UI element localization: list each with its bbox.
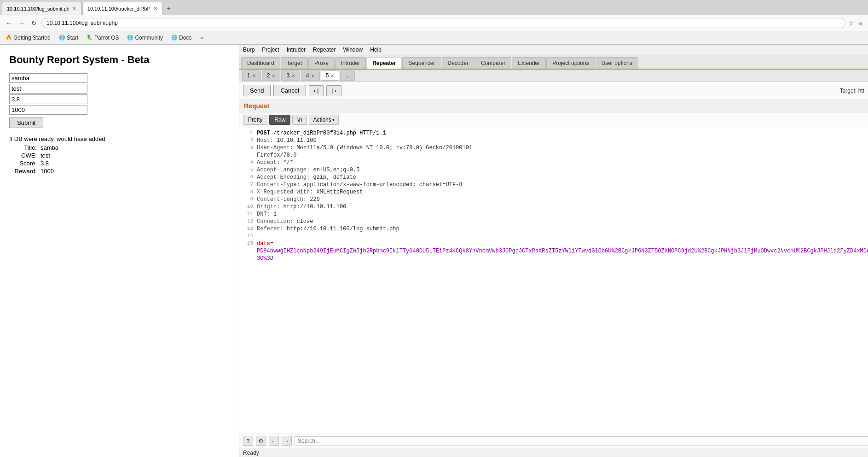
score-value: 3.8 xyxy=(41,160,49,167)
getting-started-icon: 🔥 xyxy=(6,35,12,41)
menu-window[interactable]: Window xyxy=(343,46,363,54)
tab-1-close[interactable]: ✕ xyxy=(72,6,76,12)
tab-bar: 10.10.11.100/log_submit.ph ✕ 10.10.11.10… xyxy=(0,0,868,15)
tab-dashboard[interactable]: Dashboard xyxy=(241,57,280,69)
tab-repeater[interactable]: Repeater xyxy=(366,57,402,69)
bookmark-more[interactable]: » xyxy=(198,34,205,42)
request-nav-prev[interactable]: ← xyxy=(269,436,279,446)
request-hex-btn[interactable]: \n xyxy=(292,115,307,125)
community-icon: 🌐 xyxy=(127,35,133,41)
nav-next-button[interactable]: | › xyxy=(326,85,341,96)
bookmark-parrot[interactable]: 🦜 Parrot OS xyxy=(85,34,121,42)
line-content: X-Requested-With: XMLHttpRequest xyxy=(257,189,363,196)
line-content: Accept-Language: en-US,en;q=0.5 xyxy=(257,167,359,174)
bookmark-star[interactable]: ☆ xyxy=(848,19,854,27)
repeater-tab-more[interactable]: ... xyxy=(340,70,355,81)
request-pretty-btn[interactable]: Pretty xyxy=(243,115,267,125)
send-button[interactable]: Send xyxy=(243,85,271,96)
tab-1[interactable]: 10.10.11.100/log_submit.ph ✕ xyxy=(2,2,81,15)
tab-project-options[interactable]: Project options xyxy=(546,57,595,69)
line-content: POST /tracker_diRbPr00f314.php HTTP/1.1 xyxy=(257,130,386,137)
repeater-tab-3-close[interactable]: ✕ xyxy=(291,73,295,78)
score-input[interactable] xyxy=(9,94,87,104)
tab-intruder[interactable]: Intruder xyxy=(335,57,366,69)
tab-sequencer[interactable]: Sequencer xyxy=(402,57,441,69)
menu-intruder[interactable]: Intruder xyxy=(287,46,306,54)
tab-2-label: 10.10.11.100/tracker_diRbP xyxy=(87,6,150,12)
tab-extender[interactable]: Extender xyxy=(512,57,546,69)
burp-menu: Burp Project Intruder Repeater Window He… xyxy=(239,45,868,55)
address-input[interactable] xyxy=(41,18,845,28)
submit-button[interactable]: Submit xyxy=(9,117,43,128)
request-footer: ? ⚙ ← → 0 matches xyxy=(239,434,868,448)
nav-prev-button[interactable]: ‹ | xyxy=(309,85,324,96)
request-code-area: 1POST /tracker_diRbPr00f314.php HTTP/1.1… xyxy=(239,127,868,434)
request-search-input[interactable] xyxy=(295,436,868,445)
menu-repeater[interactable]: Repeater xyxy=(313,46,336,54)
request-line: 12Connection: close xyxy=(242,218,868,226)
request-help-btn[interactable]: ? xyxy=(243,436,253,446)
result-title-row: Title: samba xyxy=(9,144,230,151)
menu-burp[interactable]: Burp xyxy=(243,46,255,54)
request-line: 7Content-Type: application/x-www-form-ur… xyxy=(242,182,868,189)
line-content: Host: 10.10.11.100 xyxy=(257,137,317,145)
ready-bar: Ready xyxy=(239,448,868,457)
request-line: 9Content-Length: 229 xyxy=(242,196,868,204)
repeater-tab-2[interactable]: 2✕ xyxy=(262,70,281,81)
bookmark-community[interactable]: 🌐 Community xyxy=(125,34,165,42)
target-display: Target: htt xyxy=(840,88,864,94)
result-section: If DB were ready, would have added: Titl… xyxy=(9,135,230,175)
tab-2[interactable]: 10.10.11.100/tracker_diRbP ✕ xyxy=(82,2,162,15)
tab-proxy[interactable]: Proxy xyxy=(308,57,335,69)
request-raw-btn[interactable]: Raw xyxy=(269,115,290,125)
repeater-tab-4[interactable]: 4✕ xyxy=(301,70,320,81)
repeater-tab-2-close[interactable]: ✕ xyxy=(272,73,275,78)
tab-comparer[interactable]: Comparer xyxy=(475,57,511,69)
bookmark-parrot-label: Parrot OS xyxy=(94,35,119,41)
request-actions-arrow: ▾ xyxy=(332,117,335,122)
line-content: PD94bwwgIHZlcnNpb249IjEuMCIgZW5jb2Rpbmc9… xyxy=(257,248,868,255)
reward-input[interactable] xyxy=(9,105,87,115)
bookmark-getting-started[interactable]: 🔥 Getting Started xyxy=(4,34,52,42)
tab-2-close[interactable]: ✕ xyxy=(153,6,157,12)
menu-project[interactable]: Project xyxy=(262,46,279,54)
new-tab-button[interactable]: + xyxy=(163,3,174,14)
repeater-tab-1[interactable]: 1✕ xyxy=(242,70,261,81)
menu-help[interactable]: Help xyxy=(370,46,382,54)
request-nav-next[interactable]: → xyxy=(282,436,292,446)
cancel-button[interactable]: Cancel xyxy=(273,85,306,96)
bookmark-docs[interactable]: 🌐 Docs xyxy=(169,34,193,42)
request-toolbar: Pretty Raw \n Actions ▾ xyxy=(239,113,868,127)
request-line: 5Accept-Language: en-US,en;q=0.5 xyxy=(242,167,868,174)
line-number: 9 xyxy=(242,196,253,204)
line-content: Content-Type: application/x-www-form-url… xyxy=(257,182,462,189)
tab-target[interactable]: Target xyxy=(281,57,308,69)
bookmark-start-label: Start xyxy=(67,35,78,41)
title-input[interactable] xyxy=(9,73,87,83)
repeater-tab-5-close[interactable]: ✕ xyxy=(330,73,334,78)
cwe-input[interactable] xyxy=(9,84,87,94)
bookmark-start[interactable]: 🌐 Start xyxy=(57,34,80,42)
send-cancel-bar: Send Cancel ‹ | | › Target: htt xyxy=(239,82,868,100)
forward-button[interactable]: → xyxy=(17,18,27,28)
menu-button[interactable]: ≡ xyxy=(857,18,864,28)
repeater-tab-3[interactable]: 3✕ xyxy=(281,70,300,81)
repeater-tab-5[interactable]: 5✕ xyxy=(321,70,340,81)
repeater-tab-1-close[interactable]: ✕ xyxy=(252,73,256,78)
request-line: 11DNT: 1 xyxy=(242,211,868,218)
line-content: Connection: close xyxy=(257,218,313,226)
request-actions-label: Actions xyxy=(313,117,331,123)
tab-user-options[interactable]: User options xyxy=(596,57,638,69)
request-settings-btn[interactable]: ⚙ xyxy=(256,436,266,446)
line-number: 12 xyxy=(242,218,253,226)
line-content: 3O%3D xyxy=(257,255,273,263)
tab-1-label: 10.10.11.100/log_submit.ph xyxy=(7,6,69,12)
request-actions-dropdown[interactable]: Actions ▾ xyxy=(309,115,338,125)
line-content: Origin: http://10.10.11.100 xyxy=(257,204,346,211)
reload-button[interactable]: ↻ xyxy=(29,18,39,28)
line-number xyxy=(242,255,253,263)
repeater-tab-4-close[interactable]: ✕ xyxy=(311,73,315,78)
tab-decoder[interactable]: Decoder xyxy=(442,57,475,69)
back-button[interactable]: ← xyxy=(4,18,14,28)
line-number: 4 xyxy=(242,159,253,167)
